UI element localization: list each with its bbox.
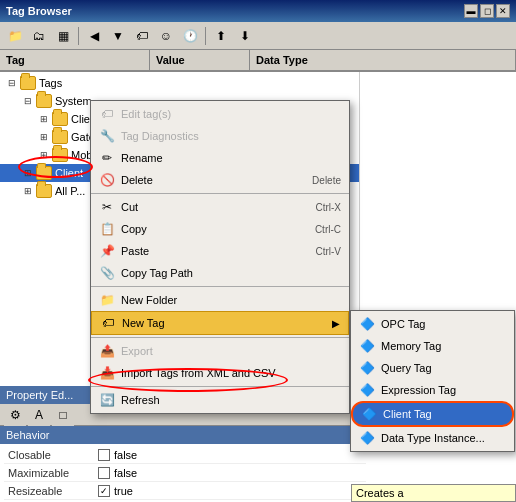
- expand-system-icon[interactable]: ⊟: [20, 93, 36, 109]
- menu-new-folder[interactable]: 📁 New Folder: [91, 289, 349, 311]
- submenu-client[interactable]: 🔷 Client Tag: [351, 401, 514, 427]
- menu-new-tag[interactable]: 🏷 New Tag ▶: [91, 311, 349, 335]
- back-button[interactable]: ◀: [83, 25, 105, 47]
- menu-copy-label: Copy: [121, 223, 147, 235]
- resizeable-value: true: [114, 485, 133, 497]
- new-tag-arrow: ▶: [332, 318, 340, 329]
- delete-shortcut: Delete: [312, 175, 341, 186]
- prop-label-resizeable: Resizeable: [4, 485, 94, 497]
- tree-label-client: Client: [55, 167, 83, 179]
- folder-gateway-icon: [52, 130, 68, 144]
- submenu-expression-label: Expression Tag: [381, 384, 456, 396]
- menu-sep-4: [91, 386, 349, 387]
- face-button[interactable]: ☺: [155, 25, 177, 47]
- folder-allp-icon: [36, 184, 52, 198]
- menu-tag-diag[interactable]: 🔧 Tag Diagnostics: [91, 125, 349, 147]
- submenu-opc-label: OPC Tag: [381, 318, 425, 330]
- menu-cut-label: Cut: [121, 201, 138, 213]
- menu-refresh-label: Refresh: [121, 394, 160, 406]
- opc-icon: 🔷: [359, 316, 375, 332]
- prop-btn-2[interactable]: A: [28, 404, 50, 426]
- prop-label-closable: Closable: [4, 449, 94, 461]
- submenu-query[interactable]: 🔷 Query Tag: [351, 357, 514, 379]
- property-title: Property Ed...: [6, 389, 73, 401]
- menu-sep-3: [91, 337, 349, 338]
- menu-refresh[interactable]: 🔄 Refresh: [91, 389, 349, 411]
- expand-mobile-icon[interactable]: ⊞: [36, 147, 52, 163]
- window-controls: ▬ ◻ ✕: [464, 4, 510, 18]
- tag-button[interactable]: 🏷: [131, 25, 153, 47]
- title-bar: Tag Browser ▬ ◻ ✕: [0, 0, 516, 22]
- maximizable-checkbox[interactable]: [98, 467, 110, 479]
- menu-import[interactable]: 📥 Import Tags from XML and CSV: [91, 362, 349, 384]
- submenu-opc[interactable]: 🔷 OPC Tag: [351, 313, 514, 335]
- menu-delete[interactable]: 🚫 Delete Delete: [91, 169, 349, 191]
- submenu-memory[interactable]: 🔷 Memory Tag: [351, 335, 514, 357]
- menu-export[interactable]: 📤 Export: [91, 340, 349, 362]
- prop-row-resizeable: Resizeable ✓ true: [4, 482, 366, 500]
- menu-sep-2: [91, 286, 349, 287]
- expression-icon: 🔷: [359, 382, 375, 398]
- menu-cut[interactable]: ✂ Cut Ctrl-X: [91, 196, 349, 218]
- add-folder-button[interactable]: 🗂: [28, 25, 50, 47]
- resizeable-checkbox[interactable]: ✓: [98, 485, 110, 497]
- expand-tags-icon[interactable]: ⊟: [4, 75, 20, 91]
- closable-checkbox[interactable]: [98, 449, 110, 461]
- behavior-title: Behavior: [6, 429, 49, 441]
- copy-shortcut: Ctrl-C: [315, 224, 341, 235]
- menu-edit-tags-label: Edit tag(s): [121, 108, 171, 120]
- menu-copy-path-label: Copy Tag Path: [121, 267, 193, 279]
- down-arrow-button[interactable]: ▼: [107, 25, 129, 47]
- expand-gateway-icon[interactable]: ⊞: [36, 129, 52, 145]
- refresh-icon: 🔄: [99, 392, 115, 408]
- table-header: Tag Value Data Type: [0, 50, 516, 72]
- rename-icon: ✏: [99, 150, 115, 166]
- submenu: 🔷 OPC Tag 🔷 Memory Tag 🔷 Query Tag 🔷 Exp…: [350, 310, 515, 452]
- tree-label-tags: Tags: [39, 77, 62, 89]
- download-button[interactable]: ⬇: [234, 25, 256, 47]
- menu-new-tag-label: New Tag: [122, 317, 165, 329]
- menu-paste[interactable]: 📌 Paste Ctrl-V: [91, 240, 349, 262]
- tree-label-system: System: [55, 95, 92, 107]
- toolbar-sep-1: [78, 27, 79, 45]
- menu-copy-path[interactable]: 📎 Copy Tag Path: [91, 262, 349, 284]
- col-tag: Tag: [0, 50, 150, 70]
- menu-edit-tags[interactable]: 🏷 Edit tag(s): [91, 103, 349, 125]
- cut-icon: ✂: [99, 199, 115, 215]
- prop-btn-1[interactable]: ⚙: [4, 404, 26, 426]
- menu-copy[interactable]: 📋 Copy Ctrl-C: [91, 218, 349, 240]
- prop-row-maximizable: Maximizable false: [4, 464, 366, 482]
- new-tag-icon: 🏷: [100, 315, 116, 331]
- clock-button[interactable]: 🕐: [179, 25, 201, 47]
- datatype-icon: 🔷: [359, 430, 375, 446]
- prop-value-resizeable: ✓ true: [94, 485, 366, 497]
- folder-system-icon: [36, 94, 52, 108]
- expand-client-sys-icon[interactable]: ⊞: [36, 111, 52, 127]
- close-button[interactable]: ✕: [496, 4, 510, 18]
- folder-tags-icon: [20, 76, 36, 90]
- paste-icon: 📌: [99, 243, 115, 259]
- submenu-datatype[interactable]: 🔷 Data Type Instance...: [351, 427, 514, 449]
- menu-rename[interactable]: ✏ Rename: [91, 147, 349, 169]
- upload-button[interactable]: ⬆: [210, 25, 232, 47]
- folder-client-icon: [36, 166, 52, 180]
- expand-allp-icon[interactable]: ⊞: [20, 183, 36, 199]
- menu-rename-label: Rename: [121, 152, 163, 164]
- folder-client-sys-icon: [52, 112, 68, 126]
- minimize-button[interactable]: ▬: [464, 4, 478, 18]
- submenu-memory-label: Memory Tag: [381, 340, 441, 352]
- tooltip-bar: Creates a: [351, 484, 516, 502]
- browser-content: Tag Value Data Type ⊟ Tags ⊟ System: [0, 50, 516, 502]
- grid-button[interactable]: ▦: [52, 25, 74, 47]
- menu-delete-label: Delete: [121, 174, 153, 186]
- submenu-expression[interactable]: 🔷 Expression Tag: [351, 379, 514, 401]
- open-folder-button[interactable]: 📁: [4, 25, 26, 47]
- tree-item-tags[interactable]: ⊟ Tags: [0, 74, 359, 92]
- submenu-client-label: Client Tag: [383, 408, 432, 420]
- prop-btn-3[interactable]: □: [52, 404, 74, 426]
- restore-button[interactable]: ◻: [480, 4, 494, 18]
- tag-diag-icon: 🔧: [99, 128, 115, 144]
- expand-client-icon[interactable]: ⊞: [20, 165, 36, 181]
- folder-mobile-icon: [52, 148, 68, 162]
- new-folder-icon: 📁: [99, 292, 115, 308]
